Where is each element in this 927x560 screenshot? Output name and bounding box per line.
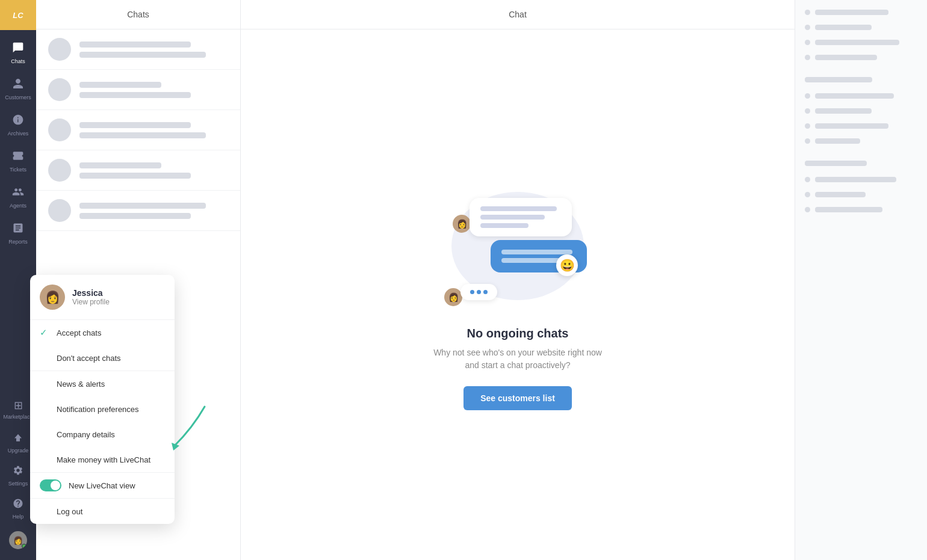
rp-row (805, 123, 917, 129)
accept-chats-label: Accept chats (57, 328, 101, 337)
user-avatar-button[interactable]: 👩 (0, 525, 36, 555)
user-dropdown-menu: 👩 Jessica View profile ✓ Accept chats ✓ … (30, 275, 175, 524)
dropdown-item-new-view[interactable]: New LiveChat view (30, 473, 175, 498)
rp-line (815, 55, 877, 60)
rp-dot (805, 55, 810, 60)
notification-prefs-label: Notification preferences (57, 405, 139, 414)
emoji-reaction: 😀 (556, 254, 578, 276)
chat-text (79, 42, 228, 58)
placeholder-name (79, 42, 191, 48)
no-chats-title: No ongoing chats (467, 327, 569, 340)
dont-accept-label: Don't accept chats (57, 354, 121, 363)
sidebar-label-upgrade: Upgrade (8, 448, 29, 454)
sidebar-label-tickets: Tickets (10, 167, 26, 173)
rp-line (815, 207, 882, 212)
dropdown-item-make-money[interactable]: ✓ Make money with LiveChat (30, 447, 175, 472)
chat-illustration: 👩 😀 👩 (433, 180, 602, 312)
rp-row (805, 40, 917, 45)
rp-line (815, 25, 872, 30)
rp-row (805, 10, 917, 15)
sidebar-item-archives[interactable]: Archives (0, 107, 36, 143)
rp-row (805, 93, 917, 99)
main-chat-area: Chat 👩 😀 👩 No ongoing chats Why not s (241, 0, 795, 560)
chat-bubble-white (470, 198, 572, 236)
sidebar-label-reports: Reports (8, 239, 28, 245)
agents-icon (12, 186, 24, 201)
sidebar-label-settings: Settings (8, 481, 28, 487)
rp-section-title (805, 77, 872, 82)
rp-dot (805, 40, 810, 45)
chat-list-item[interactable] (36, 29, 240, 70)
see-customers-button[interactable]: See customers list (463, 386, 572, 410)
chat-avatar (48, 199, 71, 222)
dropdown-avatar: 👩 (40, 285, 65, 310)
settings-icon (13, 465, 23, 479)
sidebar-label-customers: Customers (5, 94, 31, 100)
typing-indicator (460, 284, 497, 300)
chat-list-item[interactable] (36, 191, 240, 231)
rp-line (815, 138, 860, 144)
user-avatar: 👩 (9, 531, 27, 549)
dropdown-item-company[interactable]: ✓ Company details (30, 422, 175, 447)
dropdown-item-accept-chats[interactable]: ✓ Accept chats (30, 320, 175, 345)
sidebar-label-marketplace: Marketplace (3, 414, 33, 420)
chats-panel-header: Chats (36, 0, 240, 29)
rp-dot (805, 177, 810, 182)
right-panel-group-2 (805, 77, 917, 149)
rp-row (805, 25, 917, 30)
sidebar-item-agents[interactable]: Agents (0, 179, 36, 215)
upgrade-icon (13, 432, 23, 446)
rp-line (815, 108, 872, 114)
new-view-toggle[interactable] (40, 479, 61, 491)
rp-dot (805, 93, 810, 99)
dropdown-item-logout[interactable]: ✓ Log out (30, 499, 175, 524)
rp-line (815, 40, 899, 45)
rp-line (815, 93, 894, 99)
right-panel-group-3 (805, 161, 917, 217)
rp-dot (805, 25, 810, 30)
dropdown-profile-section[interactable]: 👩 Jessica View profile (30, 275, 175, 320)
dropdown-item-dont-accept[interactable]: ✓ Don't accept chats (30, 345, 175, 371)
chat-avatar (48, 159, 71, 182)
placeholder-name (79, 203, 206, 209)
typing-dot-3 (483, 290, 488, 294)
sidebar-item-chats[interactable]: Chats (0, 35, 36, 71)
chats-icon (12, 42, 24, 57)
sidebar-item-reports[interactable]: Reports (0, 215, 36, 251)
chat-list-item[interactable] (36, 70, 240, 110)
typing-dot-2 (477, 290, 481, 294)
placeholder-name (79, 162, 161, 168)
rp-dot (805, 138, 810, 144)
chat-list-item[interactable] (36, 110, 240, 150)
right-panel (795, 0, 927, 560)
sidebar-item-customers[interactable]: Customers (0, 71, 36, 107)
dropdown-item-notification-prefs[interactable]: ✓ Notification preferences (30, 396, 175, 422)
rp-row (805, 138, 917, 144)
no-chats-subtitle: Why not see who's on your website right … (433, 346, 602, 372)
dropdown-item-news[interactable]: ✓ News & alerts (30, 371, 175, 396)
help-icon (13, 498, 23, 512)
profile-name: Jessica (72, 288, 110, 298)
right-panel-group-1 (805, 10, 917, 65)
app-logo[interactable]: LC (0, 0, 36, 30)
rp-line (815, 10, 888, 15)
news-alerts-label: News & alerts (57, 380, 105, 389)
sidebar-label-agents: Agents (10, 203, 26, 209)
online-status-dot (22, 544, 26, 549)
chat-text (79, 203, 228, 219)
placeholder-msg (79, 92, 191, 98)
make-money-label: Make money with LiveChat (57, 455, 150, 464)
sidebar-item-tickets[interactable]: Tickets (0, 143, 36, 179)
chat-text (79, 122, 228, 138)
placeholder-name (79, 82, 161, 88)
profile-info: Jessica View profile (72, 288, 110, 306)
view-profile-link[interactable]: View profile (72, 298, 110, 306)
typing-dot-1 (470, 290, 474, 294)
toggle-knob (51, 481, 60, 490)
sidebar-label-archives: Archives (8, 131, 29, 137)
chat-list-item[interactable] (36, 150, 240, 191)
rp-line (815, 192, 866, 197)
rp-row (805, 108, 917, 114)
rp-row (805, 177, 917, 182)
rp-dot (805, 10, 810, 15)
